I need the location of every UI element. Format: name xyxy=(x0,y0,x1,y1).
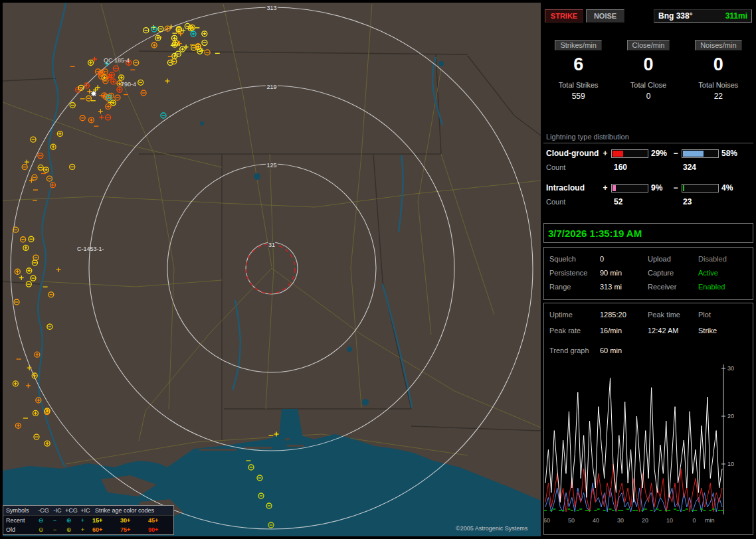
total-close-value: 0 xyxy=(613,92,683,101)
legend-symbol: ⊕ xyxy=(62,516,76,525)
datetime-display: 3/7/2026 1:35:19 AM xyxy=(543,223,753,243)
range-value: 313 mi xyxy=(600,283,648,291)
rates-section: Strikes/min 6 Total Strikes 559 Close/mi… xyxy=(543,40,753,101)
ring-label-313: 313 xyxy=(266,5,276,11)
svg-text:0: 0 xyxy=(692,517,696,524)
age-code: 30+ xyxy=(118,516,145,525)
cg-plus-percent: 29% xyxy=(651,149,672,158)
distribution-title: Lightning type distribution xyxy=(543,133,753,143)
legend-symbol: − xyxy=(48,525,62,534)
svg-text:C-1453-1-: C-1453-1- xyxy=(77,246,104,252)
legend-old-label: Old xyxy=(3,525,34,534)
total-noises-label: Total Noises xyxy=(684,81,753,89)
strikes-per-min-column: Strikes/min 6 Total Strikes 559 xyxy=(543,40,613,101)
legend-col-header: -IC xyxy=(50,506,64,515)
age-code: 45+ xyxy=(145,516,173,525)
lightning-map[interactable]: 313 219 125 31 QC 185-4-790-4C-1453-1- S… xyxy=(3,3,541,536)
bearing-value: Bng 338° xyxy=(658,11,692,21)
noise-button[interactable]: NOISE xyxy=(586,9,624,23)
legend-symbol: ⊖ xyxy=(34,525,48,534)
cg-plus-bar xyxy=(611,149,648,158)
settings-row: Squelch 0 Upload Disabled xyxy=(544,252,753,266)
cloud-ground-label: Cloud-ground xyxy=(543,149,602,158)
settings-row: Range 313 mi Receiver Enabled xyxy=(544,279,753,293)
strikes-per-min-label[interactable]: Strikes/min xyxy=(555,40,601,50)
strikes-per-min-value: 6 xyxy=(543,54,613,75)
cg-minus-count: 324 xyxy=(683,163,696,172)
svg-text:20: 20 xyxy=(642,517,648,524)
noises-per-min-label[interactable]: Noises/min xyxy=(695,40,741,50)
svg-text:30: 30 xyxy=(727,365,734,372)
svg-text:min: min xyxy=(705,517,715,524)
cloud-ground-count-row: Count 160 324 xyxy=(543,161,753,174)
legend-col-header: -CG xyxy=(37,506,50,515)
distribution-section: Lightning type distribution Cloud-ground… xyxy=(543,133,753,208)
map-canvas: 313 219 125 31 QC 185-4-790-4C-1453-1- xyxy=(3,3,541,536)
legend-header-row: Symbols -CG-IC+CG+IC Strike age color co… xyxy=(3,506,173,516)
plus-sign: + xyxy=(602,183,609,193)
total-close-label: Total Close xyxy=(613,81,683,89)
peak-time-value: 12:42 AM xyxy=(648,327,698,335)
ic-minus-bar xyxy=(682,184,719,193)
legend-symbols-title: Symbols xyxy=(3,506,37,515)
close-per-min-column: Close/min 0 Total Close 0 xyxy=(613,40,683,101)
svg-text:QC 185-4: QC 185-4 xyxy=(104,57,130,64)
copyright: ©2005 Astrogenic Systems xyxy=(456,525,527,532)
ic-plus-count: 52 xyxy=(614,197,670,206)
bearing-range: 311mi xyxy=(725,11,747,21)
legend-recent-symbols: ⊖−⊕+ xyxy=(34,516,90,525)
intracloud-count-row: Count 52 23 xyxy=(543,195,753,208)
capture-label: Capture xyxy=(648,269,698,277)
legend-old-ages: 60+75+90+ xyxy=(90,525,173,534)
squelch-label: Squelch xyxy=(544,255,600,263)
trend-graph-label: Trend graph xyxy=(544,346,600,354)
close-per-min-value: 0 xyxy=(613,54,683,75)
status-row-2: Peak rate 16/min 12:42 AM Strike xyxy=(544,323,753,338)
close-per-min-label[interactable]: Close/min xyxy=(627,40,670,50)
svg-text:10: 10 xyxy=(727,461,734,467)
age-code: 75+ xyxy=(118,525,145,534)
trend-window-value: 60 min xyxy=(600,346,648,354)
uptime-value: 1285:20 xyxy=(600,311,648,319)
legend-symbol: − xyxy=(48,516,62,525)
receiver-status: Enabled xyxy=(698,283,725,291)
status-and-trend-section: Uptime 1285:20 Peak time Plot Peak rate … xyxy=(543,303,753,535)
strike-button[interactable]: STRIKE xyxy=(545,9,583,23)
mode-section: STRIKE NOISE Bng 338° 311mi xyxy=(543,9,753,24)
noises-per-min-value: 0 xyxy=(684,54,753,75)
legend-recent-row: Recent ⊖−⊕+ 15+30+45+ xyxy=(3,516,173,525)
plot-mode-value: Strike xyxy=(698,327,717,335)
ring-label-219: 219 xyxy=(266,84,276,90)
svg-text:10: 10 xyxy=(666,517,673,524)
settings-row: Persistence 90 min Capture Active xyxy=(544,266,753,279)
receiver-label: Receiver xyxy=(648,283,698,291)
map-legend: Symbols -CG-IC+CG+IC Strike age color co… xyxy=(3,505,174,535)
persistence-value: 90 min xyxy=(600,269,648,277)
minus-sign: − xyxy=(672,183,679,193)
total-strikes-value: 559 xyxy=(543,92,613,101)
control-panel: STRIKE NOISE Bng 338° 311mi Strikes/min … xyxy=(543,0,756,539)
ic-minus-percent: 4% xyxy=(721,183,743,193)
bearing-readout: Bng 338° 311mi xyxy=(654,9,752,23)
legend-symbol: + xyxy=(76,516,90,525)
ic-plus-percent: 9% xyxy=(651,183,672,193)
svg-text:60: 60 xyxy=(544,517,550,524)
range-label: Range xyxy=(544,283,600,291)
legend-old-row: Old ⊖−⊕+ 60+75+90+ xyxy=(3,525,173,534)
intracloud-row: Intracloud + 9% − 4% xyxy=(543,181,753,195)
cg-minus-bar xyxy=(682,149,719,158)
uptime-label: Uptime xyxy=(544,311,600,319)
upload-status: Disabled xyxy=(698,255,727,263)
legend-symbol: ⊕ xyxy=(62,525,76,534)
svg-text:50: 50 xyxy=(568,517,575,524)
legend-col-header: +CG xyxy=(64,506,78,515)
total-noises-value: 22 xyxy=(684,92,753,101)
legend-recent-label: Recent xyxy=(3,516,34,525)
minus-sign: − xyxy=(672,149,679,158)
ring-label-31: 31 xyxy=(268,242,275,248)
plot-label: Plot xyxy=(698,311,711,319)
app-window: 313 219 125 31 QC 185-4-790-4C-1453-1- S… xyxy=(0,0,756,539)
cg-plus-count: 160 xyxy=(614,163,670,172)
legend-symbol: + xyxy=(76,525,90,534)
age-code: 90+ xyxy=(145,525,173,534)
